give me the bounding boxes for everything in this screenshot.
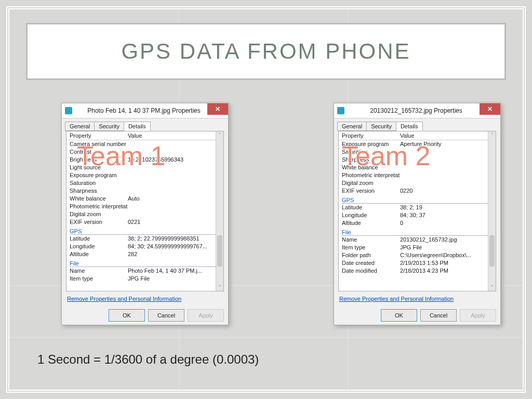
table-row[interactable]: Date created2/19/2013 1:53 PM xyxy=(342,259,493,267)
property-cell: Light source xyxy=(70,164,128,171)
footnote: 1 Second = 1/3600 of a degree (0.0003) xyxy=(37,352,259,367)
value-cell xyxy=(128,203,220,210)
remove-properties-link[interactable]: Remove Properties and Personal Informati… xyxy=(334,291,500,306)
tab-general[interactable]: General xyxy=(65,122,95,131)
value-cell: 20130212_165732.jpg xyxy=(400,236,493,244)
value-cell xyxy=(128,148,220,156)
property-cell: Photometric interpretation xyxy=(70,203,128,210)
close-button[interactable]: ✕ xyxy=(207,103,228,115)
property-cell: Exposure program xyxy=(70,171,128,179)
property-cell: Altitude xyxy=(342,219,400,227)
table-row[interactable]: Saturation xyxy=(70,179,220,187)
dialog-titlebar[interactable]: 20130212_165732.jpg Properties ✕ xyxy=(334,103,500,118)
property-cell: Name xyxy=(342,236,400,244)
scrollbar[interactable]: ˄ ˅ xyxy=(488,131,496,291)
property-cell: Sharpness xyxy=(70,187,128,195)
property-cell: Saturation xyxy=(342,148,400,156)
scroll-up-icon[interactable]: ˄ xyxy=(488,131,496,139)
table-row[interactable]: Exposure program xyxy=(70,171,220,179)
table-row[interactable]: Photometric interpretation xyxy=(342,171,493,179)
section-header: GPS xyxy=(342,196,493,204)
tab-general[interactable]: General xyxy=(337,122,367,131)
table-row[interactable]: Longitude84; 30; 24.599999999999767... xyxy=(70,243,220,250)
table-row[interactable]: Latitude38; 2; 19 xyxy=(342,204,493,211)
slide-frame: GPS DATA FROM PHONE Photo Feb 14, 1 40 3… xyxy=(6,6,526,393)
table-row[interactable]: Altitude0 xyxy=(342,219,493,227)
tab-details[interactable]: Details xyxy=(124,122,151,131)
value-cell: 38; 2; 19 xyxy=(400,204,493,211)
tab-body: Property Value Camera serial numberContr… xyxy=(66,131,224,291)
value-cell: 10.271023765996343 xyxy=(128,156,220,164)
table-row[interactable]: Contrast xyxy=(70,148,220,156)
table-row[interactable]: Sharpness xyxy=(70,187,220,195)
value-cell xyxy=(128,171,220,179)
remove-properties-link[interactable]: Remove Properties and Personal Informati… xyxy=(62,291,228,306)
table-row[interactable]: Brightness10.271023765996343 xyxy=(70,156,220,164)
dialog-titlebar[interactable]: Photo Feb 14, 1 40 37 PM.jpg Properties … xyxy=(62,103,228,118)
tab-strip: General Security Details xyxy=(334,118,500,131)
table-row[interactable]: Latitude38; 2; 22.799999999988351 xyxy=(70,235,220,243)
table-row[interactable]: Digital zoom xyxy=(70,210,220,218)
table-row[interactable]: Folder pathC:\Users\egreen\Dropbox\... xyxy=(342,251,493,259)
scroll-up-icon[interactable]: ˄ xyxy=(216,131,223,139)
ok-button[interactable]: OK xyxy=(381,309,417,322)
table-row[interactable]: Altitude282 xyxy=(70,250,220,258)
app-icon xyxy=(65,107,72,114)
properties-dialog-1: Photo Feb 14, 1 40 37 PM.jpg Properties … xyxy=(61,103,229,325)
property-cell: Date modified xyxy=(342,267,400,275)
table-row[interactable]: White balanceAuto xyxy=(70,195,220,203)
table-row[interactable]: Name20130212_165732.jpg xyxy=(342,236,493,244)
cancel-button[interactable]: Cancel xyxy=(420,309,457,322)
table-row[interactable]: Saturation xyxy=(342,148,493,156)
details-list[interactable]: Exposure programAperture PrioritySaturat… xyxy=(339,140,496,291)
table-row[interactable]: Item typeJPG File xyxy=(70,275,220,283)
table-row[interactable]: Digital zoom xyxy=(342,179,493,187)
property-cell: Digital zoom xyxy=(342,179,400,187)
column-headers: Property Value xyxy=(339,131,496,140)
table-row[interactable]: Date modified2/18/2013 4:23 PM xyxy=(342,267,493,275)
property-cell: White balance xyxy=(342,164,400,171)
apply-button[interactable]: Apply xyxy=(188,309,224,322)
value-cell: 2/18/2013 4:23 PM xyxy=(400,267,493,275)
table-row[interactable]: Longitude84; 30; 37 xyxy=(342,211,493,219)
table-row[interactable]: Sharpness xyxy=(342,156,493,164)
table-row[interactable]: NamePhoto Feb 14, 1 40 37 PM.j... xyxy=(70,267,220,275)
table-row[interactable]: Camera serial number xyxy=(70,140,220,148)
scroll-thumb[interactable] xyxy=(217,235,222,267)
tab-security[interactable]: Security xyxy=(94,122,124,131)
value-cell xyxy=(400,156,493,164)
slide: GPS DATA FROM PHONE Photo Feb 14, 1 40 3… xyxy=(0,0,532,399)
value-cell: 282 xyxy=(128,250,220,258)
table-row[interactable]: Item typeJPG File xyxy=(342,244,493,251)
scrollbar[interactable]: ˄ ˅ xyxy=(216,131,223,291)
tab-body: Property Value Exposure programAperture … xyxy=(338,131,496,291)
property-cell: Sharpness xyxy=(342,156,400,164)
cancel-button[interactable]: Cancel xyxy=(148,309,184,322)
property-cell: Digital zoom xyxy=(70,210,128,218)
table-row[interactable]: Light source xyxy=(70,164,220,171)
property-cell: Date created xyxy=(342,259,400,267)
scroll-down-icon[interactable]: ˅ xyxy=(216,284,223,291)
value-cell xyxy=(128,210,220,218)
close-button[interactable]: ✕ xyxy=(480,103,500,115)
ok-button[interactable]: OK xyxy=(109,309,145,322)
value-cell: C:\Users\egreen\Dropbox\... xyxy=(400,251,493,259)
header-property: Property xyxy=(342,132,400,139)
property-cell: Longitude xyxy=(342,211,400,219)
header-value: Value xyxy=(128,132,142,139)
value-cell xyxy=(400,164,493,171)
table-row[interactable]: EXIF version0220 xyxy=(342,187,493,195)
apply-button[interactable]: Apply xyxy=(460,309,496,322)
table-row[interactable]: Exposure programAperture Priority xyxy=(342,140,493,148)
dialog-title: Photo Feb 14, 1 40 37 PM.jpg Properties xyxy=(75,107,228,114)
property-cell: White balance xyxy=(70,195,128,203)
tab-details[interactable]: Details xyxy=(396,122,423,131)
table-row[interactable]: EXIF version0221 xyxy=(70,218,220,226)
scroll-thumb[interactable] xyxy=(489,235,495,267)
tab-security[interactable]: Security xyxy=(366,122,396,131)
scroll-down-icon[interactable]: ˅ xyxy=(488,284,496,291)
property-cell: Exposure program xyxy=(342,140,400,148)
table-row[interactable]: Photometric interpretation xyxy=(70,203,220,210)
details-list[interactable]: Camera serial numberContrastBrightness10… xyxy=(66,140,223,291)
table-row[interactable]: White balance xyxy=(342,164,493,171)
